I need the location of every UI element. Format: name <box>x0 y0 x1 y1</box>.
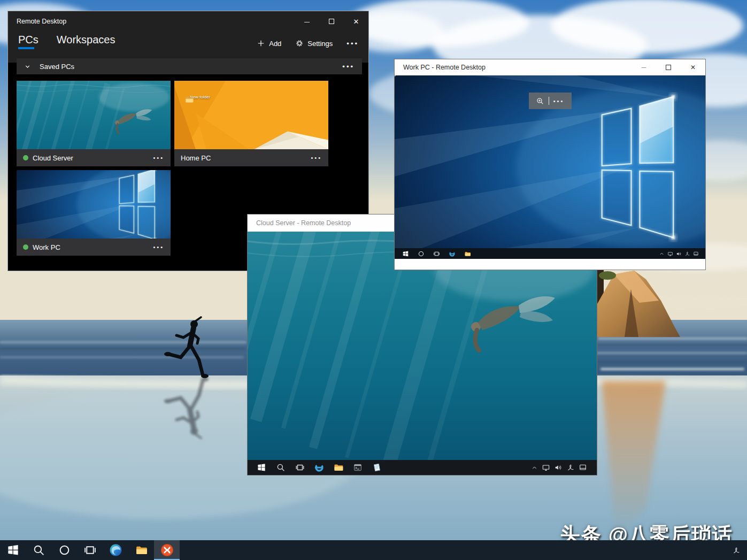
network-icon[interactable] <box>667 251 673 257</box>
command-prompt-button[interactable] <box>348 460 367 475</box>
task-view-icon <box>296 465 304 471</box>
tile-overflow-button[interactable]: ••• <box>311 155 322 161</box>
command-prompt-icon <box>355 464 361 470</box>
task-view-icon <box>434 251 440 256</box>
online-status-dot <box>23 155 28 160</box>
gear-icon <box>295 39 304 48</box>
pc-tile-cloud-server[interactable]: Cloud Server ••• <box>17 81 171 166</box>
online-status-dot <box>23 244 28 250</box>
minimize-icon: — <box>304 19 310 25</box>
active-tab-underline <box>18 47 34 49</box>
remote-taskbar <box>395 248 705 259</box>
file-explorer-button[interactable] <box>329 460 348 475</box>
maximize-icon <box>666 65 671 70</box>
folder-icon <box>184 95 195 104</box>
plus-icon <box>257 39 265 48</box>
start-icon <box>403 251 409 256</box>
app-overflow-button[interactable]: ••• <box>346 40 359 48</box>
task-view-button[interactable] <box>290 460 310 475</box>
saved-pcs-overflow-button[interactable]: ••• <box>342 63 355 71</box>
desktop: Remote Desktop — ✕ PCs Workspaces Add <box>0 0 747 560</box>
add-button[interactable]: Add <box>257 39 281 48</box>
search-icon <box>34 546 43 555</box>
cortana-button[interactable] <box>413 248 429 259</box>
chevron-down-icon[interactable] <box>24 63 31 70</box>
minimize-button[interactable]: — <box>632 59 656 75</box>
search-button[interactable] <box>271 460 290 475</box>
notepad-icon <box>374 464 380 471</box>
settings-button[interactable]: Settings <box>295 39 333 48</box>
add-label: Add <box>269 40 281 48</box>
close-icon: ✕ <box>690 64 696 71</box>
app-title: Remote Desktop <box>17 18 66 25</box>
file-explorer-icon <box>335 465 343 471</box>
separator <box>549 97 549 105</box>
start-button[interactable] <box>398 248 413 259</box>
maximize-button[interactable] <box>656 59 681 75</box>
saved-pcs-label: Saved PCs <box>40 63 74 71</box>
close-button[interactable]: ✕ <box>344 11 368 32</box>
show-hidden-icons-chevron[interactable] <box>531 464 538 471</box>
task-view-icon <box>85 546 95 554</box>
close-button[interactable]: ✕ <box>681 59 705 75</box>
search-icon <box>278 464 284 471</box>
pc-thumbnail <box>17 170 171 239</box>
edge-button[interactable] <box>310 460 329 475</box>
tab-pcs-label: PCs <box>18 34 38 45</box>
pc-tile-home-pc[interactable]: New folder Home PC ••• <box>174 81 328 166</box>
pc-name: Work PC <box>33 243 60 251</box>
tile-overflow-button[interactable]: ••• <box>153 244 164 250</box>
work-pc-session-window: Work PC - Remote Desktop — ✕ ••• <box>394 59 706 270</box>
file-explorer-button[interactable] <box>460 248 475 259</box>
app-titlebar[interactable]: Remote Desktop — ✕ <box>8 11 368 32</box>
zoom-icon[interactable] <box>536 97 544 105</box>
edge-icon <box>110 544 121 556</box>
edge-icon <box>449 251 455 257</box>
remote-desktop-folder-shortcut: New folder <box>184 95 216 99</box>
search-button[interactable] <box>26 540 51 560</box>
start-button[interactable] <box>0 540 26 560</box>
cortana-button[interactable] <box>51 540 77 560</box>
file-explorer-button[interactable] <box>128 540 154 560</box>
close-icon: ✕ <box>353 18 359 26</box>
connection-bar[interactable]: ••• <box>529 93 572 109</box>
pc-thumbnail: New folder <box>174 81 328 149</box>
host-taskbar <box>0 540 747 560</box>
pc-tile-work-pc[interactable]: Work PC ••• <box>17 170 171 256</box>
tab-workspaces[interactable]: Workspaces <box>57 34 115 52</box>
edge-button[interactable] <box>444 248 460 259</box>
network-icon[interactable] <box>542 463 550 472</box>
maximize-button[interactable] <box>319 11 344 32</box>
ink-workspace-icon[interactable] <box>566 463 575 472</box>
pc-name: Home PC <box>181 154 211 162</box>
tab-workspaces-label: Workspaces <box>57 34 115 45</box>
connection-bar-overflow-button[interactable]: ••• <box>553 98 565 104</box>
session-title: Work PC - Remote Desktop <box>403 64 486 71</box>
start-button[interactable] <box>252 460 271 475</box>
remote-desktop-viewport[interactable]: ••• <box>395 75 705 259</box>
remote-desktop-icon <box>161 544 173 556</box>
pc-thumbnail <box>17 81 171 149</box>
action-center-icon[interactable] <box>693 251 699 257</box>
volume-icon[interactable] <box>676 251 682 257</box>
file-explorer-icon <box>136 547 147 554</box>
notepad-button[interactable] <box>367 460 387 475</box>
start-icon <box>8 545 18 555</box>
pc-name: Cloud Server <box>33 154 73 162</box>
session-titlebar[interactable]: Work PC - Remote Desktop — ✕ <box>395 59 705 75</box>
remote-desktop-app-button[interactable] <box>154 540 180 560</box>
tab-pcs[interactable]: PCs <box>18 34 38 52</box>
saved-pcs-header[interactable]: Saved PCs ••• <box>17 58 362 74</box>
edge-button[interactable] <box>103 540 128 560</box>
tile-overflow-button[interactable]: ••• <box>153 155 164 161</box>
task-view-button[interactable] <box>429 248 444 259</box>
show-hidden-icons-chevron[interactable] <box>659 251 665 257</box>
cortana-icon <box>60 546 68 555</box>
volume-icon[interactable] <box>554 463 563 472</box>
task-view-button[interactable] <box>77 540 103 560</box>
ink-workspace-icon[interactable] <box>732 546 741 555</box>
action-center-icon[interactable] <box>579 463 587 472</box>
minimize-button[interactable]: — <box>295 11 319 32</box>
file-explorer-icon <box>465 251 471 256</box>
ink-workspace-icon[interactable] <box>684 251 690 257</box>
